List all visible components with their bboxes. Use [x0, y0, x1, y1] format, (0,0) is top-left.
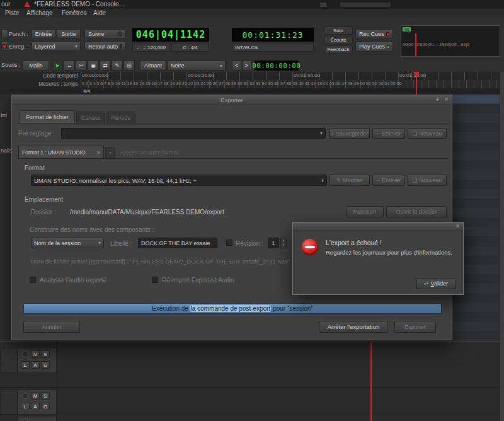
mute-button[interactable]: M — [31, 350, 40, 358]
preset-remove-button[interactable]: −Enlever — [372, 128, 405, 139]
monitor-button[interactable]: Écoute — [324, 36, 353, 44]
error-title-text: L'export a échoué ! — [326, 239, 382, 246]
filename-preview: Nom de fichier actuel (approximatif) : "… — [31, 258, 290, 265]
solo-button[interactable]: Solo — [324, 26, 353, 35]
preset-save-button[interactable]: ⤓Sauvegarder — [329, 128, 370, 139]
close-icon[interactable]: × — [442, 96, 450, 103]
scissors-icon: ✂ — [79, 62, 84, 69]
track-canvas-right[interactable] — [452, 95, 504, 340]
record-mode-select[interactable]: Layered▾ — [32, 42, 81, 51]
ok-button[interactable]: ↵ Valider — [416, 278, 455, 289]
format-edit-button[interactable]: ✎Modifier — [329, 175, 370, 186]
label-input[interactable] — [138, 238, 217, 248]
secondary-clock[interactable]: 00:01:31:23 — [232, 28, 314, 42]
range-tool-button[interactable]: ↔ — [64, 61, 75, 71]
format-select[interactable]: UMAN STUDIO: normaliser les pics, WAV, 1… — [31, 175, 327, 186]
punch-out-button[interactable]: Sortie — [57, 29, 81, 38]
tempo-button[interactable]: ♩ = 120,000 — [132, 43, 170, 52]
header-column-border — [57, 342, 57, 421]
format-tab[interactable]: Format 1 : UMAN STUDIO × — [18, 146, 104, 158]
edit-tool-button[interactable]: ⊞ — [123, 61, 135, 71]
export-dialog-titlebar[interactable]: Exporter + × — [12, 95, 452, 105]
titlebar[interactable]: our *FEARLESS DEMO - Console... — [0, 0, 504, 9]
close-tab-icon[interactable]: × — [97, 149, 100, 156]
primary-clock[interactable]: 046|04|1142 — [132, 28, 209, 42]
solo-button[interactable]: S — [41, 392, 50, 400]
solo-label: S — [43, 352, 47, 357]
record-arm-button[interactable] — [22, 351, 28, 357]
nudge-left-icon: < — [235, 62, 238, 69]
stop-export-button[interactable]: Arrêter l'exportation — [319, 321, 388, 333]
cut-tool-button[interactable]: ✂ — [76, 61, 87, 71]
auto-return-button[interactable]: Retour auto — [84, 42, 126, 51]
cancel-button[interactable]: Annuler — [23, 321, 80, 333]
grab-tool-button[interactable]: ➤ — [52, 61, 63, 71]
close-icon[interactable]: × — [454, 222, 462, 229]
group-button-a[interactable]: A — [31, 403, 40, 410]
sync-source-button[interactable]: INT/W-Clk — [232, 43, 314, 52]
error-dialog-titlebar[interactable]: × — [293, 222, 463, 231]
group-button-a[interactable]: A — [31, 361, 40, 369]
punch-in-button[interactable]: Entrée — [32, 29, 55, 38]
rec-cues-button[interactable]: Rec Cues — [355, 29, 393, 39]
group-button-g[interactable]: G — [41, 403, 50, 410]
preset-new-button[interactable]: ❏Nouveau — [408, 128, 447, 139]
nudge-forward-button[interactable]: > — [242, 61, 251, 71]
format-remove-button[interactable]: −Enlever — [372, 175, 405, 186]
add-format-tab[interactable]: + — [105, 147, 115, 158]
format-select-value: UMAN STUDIO: normaliser les pics, WAV, 1… — [34, 177, 197, 184]
menu-aide[interactable]: Aide — [93, 9, 106, 16]
menu-fenetres[interactable]: Fenêtres — [62, 9, 86, 16]
vertical-scrollbar[interactable] — [500, 72, 504, 421]
revision-input[interactable] — [268, 238, 279, 248]
follow-playhead-button[interactable]: Suivre — [84, 29, 126, 38]
tab-file-format[interactable]: Format de fichier — [20, 110, 75, 123]
solo-label: S — [43, 393, 47, 399]
timecode-ruler[interactable]: 00:00:00:00 00:00:30:00 00:01:00:00 00:0… — [81, 72, 504, 81]
reimport-checkbox[interactable] — [152, 277, 158, 283]
nudge-back-button[interactable]: < — [232, 61, 241, 71]
open-folder-button[interactable]: Ouvrir le dossier — [386, 206, 447, 217]
monitor-label: Écoute — [331, 37, 346, 43]
group-button-g[interactable]: G — [41, 361, 50, 369]
feedback-button[interactable]: Feedback — [324, 45, 353, 54]
analyze-checkbox[interactable] — [30, 277, 36, 283]
audition-tool-button[interactable]: ◉ — [88, 61, 99, 71]
mute-button[interactable]: M — [31, 392, 40, 400]
punch-in-label: Entrée — [35, 31, 52, 37]
timefx-tool-button[interactable]: ⇄ — [100, 61, 111, 71]
menu-affichage[interactable]: Affichage — [26, 9, 53, 16]
browse-button[interactable]: Parcourir — [346, 206, 384, 217]
meter-marker[interactable]: 4/4 — [83, 88, 90, 94]
meter-button[interactable]: C : 4/4 — [171, 43, 209, 52]
global-record-arm-button[interactable] — [1, 42, 8, 51]
error-minus-bar — [305, 246, 315, 248]
tab-timespan[interactable]: Période — [106, 112, 135, 123]
snap-mode-button[interactable]: Aimant — [140, 61, 166, 71]
grid-unit-select[interactable]: Noire▾ — [168, 61, 226, 71]
mini-timeline[interactable]: fin 00|00--23|00|00----29|00|00---34|0 — [401, 25, 500, 57]
name-component-select[interactable]: Nom de la session▾ — [31, 238, 104, 248]
nudge-clock[interactable]: 00:00:00:00 — [255, 61, 299, 71]
revision-checkbox[interactable] — [226, 239, 232, 246]
export-button[interactable]: Exporter — [394, 321, 436, 333]
meter-ruler[interactable]: 4/4 — [81, 88, 504, 95]
record-arm-button[interactable] — [22, 393, 28, 399]
menu-piste[interactable]: Piste — [5, 9, 19, 16]
export-progress-bar: Exécution de la commande de post-export … — [23, 303, 442, 314]
group-button-l[interactable]: L — [21, 403, 30, 410]
maximize-icon[interactable]: + — [433, 96, 442, 103]
end-marker[interactable]: fin — [403, 27, 411, 32]
play-cues-button[interactable]: Play Cues — [355, 42, 393, 52]
transport-mini-button[interactable] — [1, 29, 8, 38]
revision-stepper[interactable]: ▲▼ — [280, 238, 287, 248]
mute-label: M — [33, 393, 38, 399]
smart-mode-button[interactable]: Malin — [23, 61, 49, 71]
solo-button[interactable]: S — [41, 350, 50, 358]
format-new-button[interactable]: ❏Nouveau — [408, 175, 447, 186]
tab-channels[interactable]: Canaux — [76, 112, 105, 123]
draw-tool-button[interactable]: ✎ — [112, 61, 123, 71]
bars-ruler[interactable]: 1 2 3 4 5 6 7 8 9 10 11 12 13 14 15 16 1… — [81, 80, 504, 89]
group-button-l[interactable]: L — [21, 361, 30, 369]
preset-select[interactable]: ▾ — [61, 128, 326, 139]
